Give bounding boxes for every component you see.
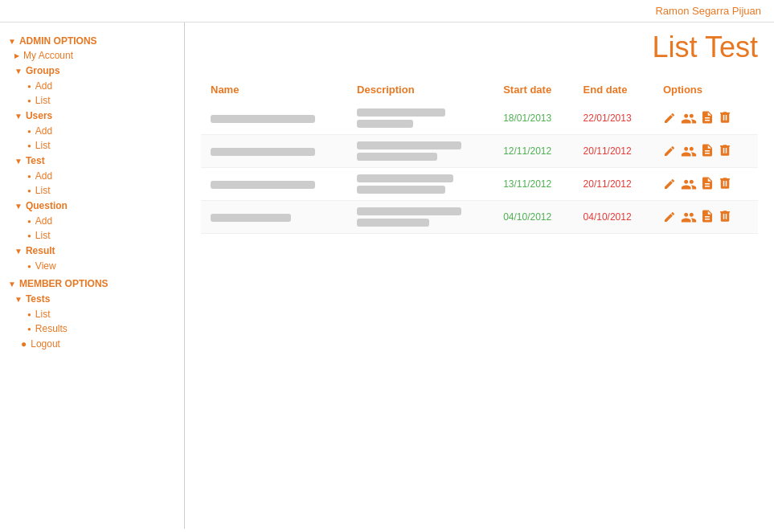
users-sub-items: ● Add ● List — [19, 124, 184, 153]
blurred-desc-line — [357, 207, 461, 215]
blurred-desc-line — [357, 186, 445, 194]
table-header-row: Name Description Start date End date Opt… — [201, 77, 758, 102]
edit-icon[interactable] — [663, 176, 678, 193]
question-label[interactable]: ▼ Question — [6, 198, 184, 214]
cell-description — [347, 135, 493, 168]
result-arrow-icon: ▼ — [14, 247, 23, 256]
edit-icon[interactable] — [663, 110, 678, 127]
delete-icon[interactable] — [718, 176, 732, 193]
my-account-link[interactable]: ▶ My Account — [6, 48, 184, 63]
blurred-name — [211, 181, 315, 189]
action-icons-group — [663, 209, 748, 226]
delete-icon[interactable] — [718, 209, 732, 226]
question-list-bullet-icon: ● — [27, 232, 31, 239]
test-list-link[interactable]: ● List — [19, 183, 184, 198]
blurred-desc-line — [357, 141, 461, 149]
users-label[interactable]: ▼ Users — [6, 108, 184, 124]
action-icons-group — [663, 176, 748, 193]
blurred-desc-line — [357, 219, 429, 227]
cell-end-date: 22/01/2013 — [574, 102, 653, 135]
logout-bullet-icon: ● — [21, 338, 27, 350]
logout-link[interactable]: ● Logout — [13, 336, 184, 352]
delete-icon[interactable] — [718, 110, 732, 127]
groups-list-bullet-icon: ● — [27, 97, 31, 104]
sidebar: ▼ ADMIN OPTIONS ▶ My Account ▼ Groups ● … — [0, 23, 185, 529]
blurred-desc-line — [357, 174, 453, 182]
admin-arrow-icon: ▼ — [8, 37, 16, 46]
member-arrow-icon: ▼ — [8, 280, 16, 289]
test-add-link[interactable]: ● Add — [19, 169, 184, 183]
question-add-link[interactable]: ● Add — [19, 214, 184, 228]
users-icon[interactable] — [681, 209, 697, 226]
member-tests-label[interactable]: ▼ Tests — [6, 291, 184, 307]
member-tests-list-link[interactable]: ● List — [19, 307, 184, 321]
my-account-bullet-icon: ▶ — [14, 52, 19, 59]
member-tests-results-link[interactable]: ● Results — [19, 321, 184, 336]
question-arrow-icon: ▼ — [14, 202, 23, 211]
question-add-bullet-icon: ● — [27, 218, 31, 225]
page-title: List Test — [201, 31, 758, 64]
groups-list-link[interactable]: ● List — [19, 93, 184, 108]
cell-description — [347, 201, 493, 234]
groups-arrow-icon: ▼ — [14, 67, 23, 76]
cell-options — [653, 201, 758, 234]
groups-label[interactable]: ▼ Groups — [6, 63, 184, 79]
users-icon[interactable] — [681, 176, 697, 193]
users-list-link[interactable]: ● List — [19, 138, 184, 153]
member-tests-list-bullet-icon: ● — [27, 311, 31, 318]
blurred-desc-line — [357, 120, 413, 128]
cell-start-date: 13/11/2012 — [493, 168, 573, 201]
result-view-link[interactable]: ● View — [19, 259, 184, 273]
table-row: 13/11/201220/11/2012 — [201, 168, 758, 201]
groups-add-link[interactable]: ● Add — [19, 79, 184, 93]
member-tests-arrow-icon: ▼ — [14, 295, 23, 304]
document-icon[interactable] — [700, 110, 715, 127]
tests-table: Name Description Start date End date Opt… — [201, 77, 758, 234]
member-tests-sub-items: ● List ● Results — [19, 307, 184, 336]
member-tests-results-bullet-icon: ● — [27, 325, 31, 333]
blurred-desc-line — [357, 153, 437, 161]
col-header-options: Options — [653, 77, 758, 102]
question-list-link[interactable]: ● List — [19, 228, 184, 243]
col-header-name: Name — [201, 77, 347, 102]
document-icon[interactable] — [700, 209, 715, 226]
cell-start-date: 12/11/2012 — [493, 135, 573, 168]
test-list-bullet-icon: ● — [27, 187, 31, 194]
cell-end-date: 20/11/2012 — [574, 168, 653, 201]
users-list-bullet-icon: ● — [27, 142, 31, 149]
action-icons-group — [663, 143, 748, 160]
table-row: 12/11/201220/11/2012 — [201, 135, 758, 168]
cell-start-date: 18/01/2013 — [493, 102, 573, 135]
cell-name — [201, 102, 347, 135]
groups-sub-items: ● Add ● List — [19, 79, 184, 108]
member-group: ▼ Tests ● List ● Results ● Logout — [6, 291, 184, 352]
test-arrow-icon: ▼ — [14, 157, 23, 166]
username-label: Ramon Segarra Pijuan — [655, 5, 761, 17]
blurred-desc-line — [357, 108, 445, 117]
cell-end-date: 20/11/2012 — [574, 135, 653, 168]
member-section-label: ▼ MEMBER OPTIONS — [0, 273, 184, 291]
users-add-bullet-icon: ● — [27, 128, 31, 135]
delete-icon[interactable] — [718, 143, 732, 160]
action-icons-group — [663, 110, 748, 127]
users-add-link[interactable]: ● Add — [19, 124, 184, 138]
edit-icon[interactable] — [663, 209, 678, 226]
blurred-name — [211, 115, 315, 123]
cell-name — [201, 168, 347, 201]
result-label[interactable]: ▼ Result — [6, 243, 184, 259]
test-label[interactable]: ▼ Test — [6, 153, 184, 169]
users-icon[interactable] — [681, 110, 697, 127]
main-content: List Test Name Description Start date En… — [185, 23, 774, 529]
blurred-name — [211, 214, 291, 222]
table-row: 04/10/201204/10/2012 — [201, 201, 758, 234]
cell-options — [653, 102, 758, 135]
users-icon[interactable] — [681, 143, 697, 160]
groups-add-bullet-icon: ● — [27, 83, 31, 90]
question-sub-items: ● Add ● List — [19, 214, 184, 243]
cell-description — [347, 168, 493, 201]
edit-icon[interactable] — [663, 143, 678, 160]
document-icon[interactable] — [700, 143, 715, 160]
document-icon[interactable] — [700, 176, 715, 193]
cell-options — [653, 168, 758, 201]
result-sub-items: ● View — [19, 259, 184, 273]
